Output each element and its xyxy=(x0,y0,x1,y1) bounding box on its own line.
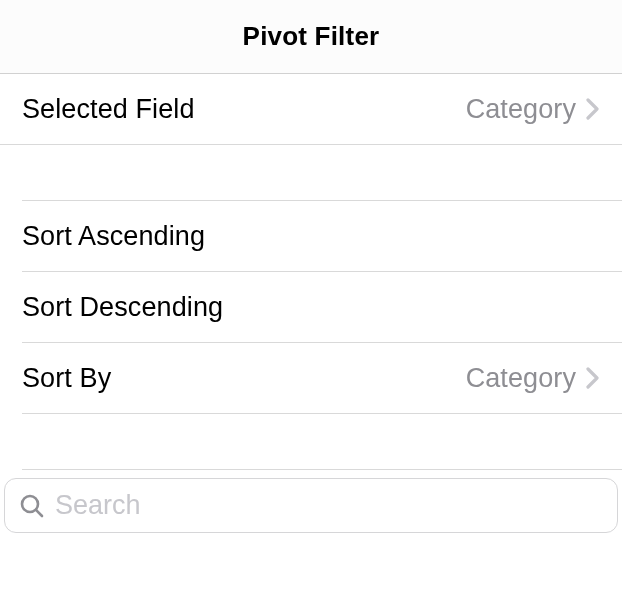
chevron-right-icon xyxy=(586,367,600,389)
search-icon xyxy=(19,493,45,519)
sort-by-right: Category xyxy=(466,363,600,394)
selected-field-right: Category xyxy=(466,94,600,125)
search-section xyxy=(0,470,622,533)
chevron-right-icon xyxy=(586,98,600,120)
svg-line-1 xyxy=(36,510,42,516)
header: Pivot Filter xyxy=(0,0,622,74)
search-input[interactable] xyxy=(55,490,603,521)
sort-by-label: Sort By xyxy=(22,363,111,394)
section-gap xyxy=(22,145,622,201)
selected-field-value: Category xyxy=(466,94,576,125)
sort-by-row[interactable]: Sort By Category xyxy=(22,343,622,414)
sort-ascending-row[interactable]: Sort Ascending xyxy=(22,201,622,272)
sort-descending-row[interactable]: Sort Descending xyxy=(22,272,622,343)
sort-descending-label: Sort Descending xyxy=(22,292,223,323)
sort-by-value: Category xyxy=(466,363,576,394)
sort-ascending-label: Sort Ascending xyxy=(22,221,205,252)
search-box[interactable] xyxy=(4,478,618,533)
section-gap xyxy=(22,414,622,470)
selected-field-row[interactable]: Selected Field Category xyxy=(0,74,622,145)
selected-field-label: Selected Field xyxy=(22,94,195,125)
page-title: Pivot Filter xyxy=(243,21,380,52)
